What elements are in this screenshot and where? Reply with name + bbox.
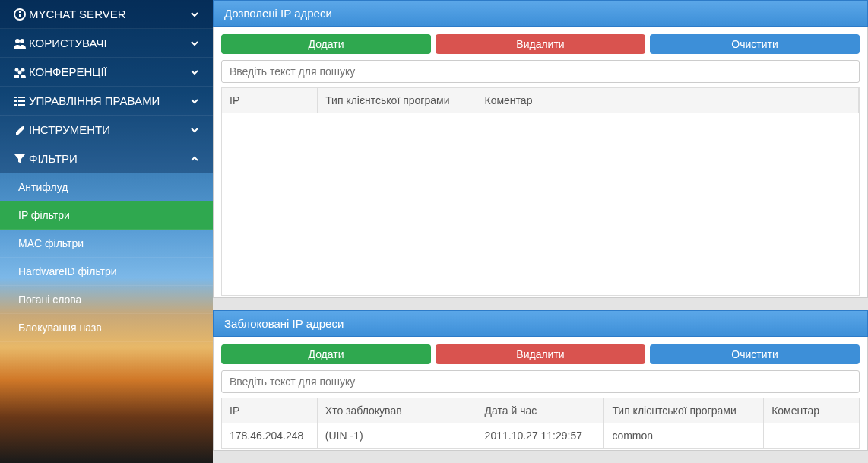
svg-rect-8 bbox=[14, 97, 17, 98]
search-input[interactable] bbox=[221, 370, 860, 393]
cell-ip: 178.46.204.248 bbox=[222, 423, 318, 449]
cell-client-type: common bbox=[604, 423, 764, 449]
svg-rect-9 bbox=[18, 97, 25, 98]
info-icon bbox=[11, 8, 29, 21]
sidebar-item-bad-words[interactable]: Погані слова bbox=[0, 286, 213, 314]
svg-point-3 bbox=[15, 39, 20, 43]
nav-sub-label: Антифлуд bbox=[18, 181, 202, 193]
clear-button[interactable]: Очистити bbox=[650, 34, 860, 54]
nav-section-server[interactable]: MYCHAT SERVER bbox=[0, 0, 213, 29]
panel-title: Дозволені IP адреси bbox=[213, 0, 868, 27]
table-row[interactable]: 178.46.204.248 (UIN -1) 2011.10.27 11:29… bbox=[222, 423, 860, 449]
nav-sub-label: Погані слова bbox=[18, 293, 202, 306]
clear-button[interactable]: Очистити bbox=[650, 344, 860, 364]
sidebar-item-hwid-filters[interactable]: HardwareID фільтри bbox=[0, 258, 213, 286]
nav-label: MYCHAT SERVER bbox=[29, 8, 190, 21]
col-datetime[interactable]: Дата й час bbox=[477, 398, 604, 423]
svg-rect-13 bbox=[18, 104, 25, 106]
svg-rect-2 bbox=[19, 11, 21, 13]
sidebar-item-mac-filters[interactable]: MAC фільтри bbox=[0, 230, 213, 258]
panel-title: Заблоковані IP адреси bbox=[213, 310, 868, 337]
nav-label: ФІЛЬТРИ bbox=[29, 152, 190, 165]
svg-point-7 bbox=[18, 70, 22, 74]
blocked-ip-panel: Заблоковані IP адреси Додати Видалити Оч… bbox=[213, 310, 868, 451]
delete-button[interactable]: Видалити bbox=[436, 34, 645, 54]
nav-label: КОНФЕРЕНЦІЇ bbox=[29, 65, 190, 78]
nav-sub-label: Блокування назв bbox=[18, 322, 202, 334]
cell-blocked-by: (UIN -1) bbox=[317, 423, 477, 449]
sidebar-item-antifood[interactable]: Антифлуд bbox=[0, 173, 213, 201]
add-button[interactable]: Додати bbox=[221, 344, 431, 364]
svg-rect-12 bbox=[14, 104, 17, 106]
search-input[interactable] bbox=[221, 60, 860, 83]
nav-section-conferences[interactable]: КОНФЕРЕНЦІЇ bbox=[0, 58, 213, 87]
chevron-down-icon bbox=[190, 125, 202, 135]
chevron-up-icon bbox=[190, 154, 202, 163]
col-ip[interactable]: IP bbox=[222, 88, 318, 113]
chevron-down-icon bbox=[190, 97, 202, 106]
users-icon bbox=[11, 37, 29, 49]
col-comment[interactable]: Коментар bbox=[764, 398, 860, 423]
allowed-ip-table: IP Тип клієнтської програми Коментар bbox=[222, 88, 859, 113]
nav-sub-label: IP фільтри bbox=[18, 209, 202, 221]
svg-rect-11 bbox=[18, 100, 25, 102]
nav-sub-label: HardwareID фільтри bbox=[18, 265, 202, 277]
col-blocked-by[interactable]: Хто заблокував bbox=[317, 398, 477, 423]
wrench-icon bbox=[11, 124, 29, 136]
nav-sub-label: MAC фільтри bbox=[18, 237, 202, 249]
nav-section-tools[interactable]: ІНСТРУМЕНТИ bbox=[0, 116, 213, 144]
svg-rect-1 bbox=[19, 14, 21, 17]
svg-point-4 bbox=[20, 39, 24, 43]
svg-point-5 bbox=[15, 68, 19, 71]
nav-section-filters[interactable]: ФІЛЬТРИ bbox=[0, 144, 213, 173]
main-content: Дозволені IP адреси Додати Видалити Очис… bbox=[213, 0, 868, 463]
svg-rect-10 bbox=[14, 100, 17, 102]
add-button[interactable]: Додати bbox=[221, 34, 431, 54]
col-ip[interactable]: IP bbox=[222, 398, 318, 423]
nav-section-rights[interactable]: УПРАВЛІННЯ ПРАВАМИ bbox=[0, 87, 213, 116]
chevron-down-icon bbox=[190, 10, 202, 19]
nav-label: ІНСТРУМЕНТИ bbox=[29, 123, 190, 136]
list-icon bbox=[11, 95, 29, 107]
conference-icon bbox=[11, 66, 29, 78]
col-client-type[interactable]: Тип клієнтської програми bbox=[318, 88, 477, 113]
col-client-type[interactable]: Тип клієнтської програми bbox=[604, 398, 764, 423]
cell-comment bbox=[764, 423, 860, 449]
svg-point-6 bbox=[21, 68, 25, 71]
cell-datetime: 2011.10.27 11:29:57 bbox=[477, 423, 604, 449]
col-comment[interactable]: Коментар bbox=[477, 88, 859, 113]
blocked-ip-table: IP Хто заблокував Дата й час Тип клієнтс… bbox=[221, 398, 860, 449]
sidebar: MYCHAT SERVER КОРИСТУВАЧІ КОНФЕРЕНЦІЇ bbox=[0, 0, 213, 463]
allowed-ip-panel: Дозволені IP адреси Додати Видалити Очис… bbox=[213, 0, 868, 298]
nav-label: КОРИСТУВАЧІ bbox=[29, 36, 190, 49]
chevron-down-icon bbox=[190, 39, 202, 48]
sidebar-item-ip-filters[interactable]: IP фільтри bbox=[0, 201, 213, 230]
delete-button[interactable]: Видалити bbox=[436, 344, 645, 364]
chevron-down-icon bbox=[190, 68, 202, 77]
nav-section-users[interactable]: КОРИСТУВАЧІ bbox=[0, 29, 213, 58]
nav-label: УПРАВЛІННЯ ПРАВАМИ bbox=[29, 94, 190, 107]
sidebar-item-name-block[interactable]: Блокування назв bbox=[0, 314, 213, 342]
filter-icon bbox=[11, 153, 29, 165]
